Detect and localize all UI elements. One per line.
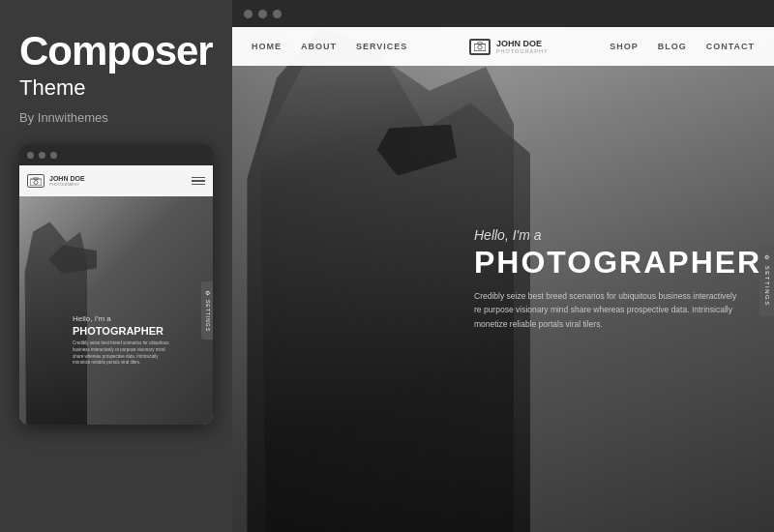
mobile-dot-1 <box>27 152 34 159</box>
mobile-dot-3 <box>50 152 57 159</box>
nav-link-contact[interactable]: CONTACT <box>706 42 755 51</box>
desktop-camera-icon <box>469 39 491 55</box>
desktop-hero: Hello, I'm a PHOTOGRAPHER Credibly seize… <box>232 27 774 532</box>
mobile-logo-name: JOHN DOE <box>49 175 85 182</box>
desktop-photographer-label: PHOTOGRAPHER <box>474 247 745 278</box>
theme-subtitle: Theme <box>19 75 213 101</box>
desktop-nav-links-right: SHOP BLOG CONTACT <box>610 42 755 51</box>
desktop-dot-2 <box>258 10 267 18</box>
nav-link-shop[interactable]: SHOP <box>610 42 639 51</box>
desktop-logo-area: JOHN DOE PHOTOGRAPHY <box>469 39 549 55</box>
camera-icon <box>27 174 45 188</box>
desktop-logo-name: JOHN DOE <box>496 39 549 48</box>
mobile-settings-label: SETTINGS <box>205 300 211 332</box>
theme-title-block: Composer Theme By Innwithemes <box>19 29 213 125</box>
mobile-hero-description: Credibly seize best breed scenarios for … <box>73 340 169 367</box>
nav-link-home[interactable]: HOME <box>252 42 282 51</box>
nav-link-services[interactable]: SERVICES <box>356 42 407 51</box>
nav-link-blog[interactable]: BLOG <box>658 42 687 51</box>
theme-author: By Innwithemes <box>19 110 213 125</box>
mobile-hero: Hello, I'm a PHOTOGRAPHER Credibly seize… <box>19 196 213 425</box>
desktop-settings-tab[interactable]: ⚙ SETTINGS <box>759 244 774 316</box>
mobile-hero-text: Hello, I'm a PHOTOGRAPHER Credibly seize… <box>73 314 169 367</box>
theme-title: Composer <box>19 29 213 74</box>
desktop-nav-links-left: HOME ABOUT SERVICES <box>252 42 407 51</box>
svg-rect-0 <box>30 179 42 186</box>
mobile-hello-text: Hello, I'm a <box>73 314 169 323</box>
desktop-logo-sub: PHOTOGRAPHY <box>496 48 549 54</box>
nav-link-about[interactable]: ABOUT <box>301 42 337 51</box>
desktop-settings-label: SETTINGS <box>764 265 770 306</box>
svg-rect-5 <box>478 42 482 44</box>
svg-point-4 <box>478 45 482 49</box>
right-panel: HOME ABOUT SERVICES JOHN DOE PHOTO <box>232 0 774 532</box>
mobile-dots-bar <box>19 144 213 165</box>
mobile-preview: JOHN DOE PHOTOGRAPHY Hello, <box>19 144 213 425</box>
desktop-logo-text-block: JOHN DOE PHOTOGRAPHY <box>496 39 549 54</box>
desktop-settings-icon: ⚙ <box>763 253 770 262</box>
mobile-hamburger-icon[interactable] <box>192 177 205 186</box>
desktop-content: HOME ABOUT SERVICES JOHN DOE PHOTO <box>232 27 774 532</box>
left-panel: Composer Theme By Innwithemes <box>0 0 232 532</box>
mobile-logo-text-block: JOHN DOE PHOTOGRAPHY <box>49 175 85 187</box>
desktop-dot-3 <box>273 10 282 18</box>
svg-rect-2 <box>34 177 38 180</box>
desktop-preview: HOME ABOUT SERVICES JOHN DOE PHOTO <box>232 0 774 532</box>
mobile-logo-area: JOHN DOE PHOTOGRAPHY <box>27 174 85 188</box>
desktop-nav: HOME ABOUT SERVICES JOHN DOE PHOTO <box>232 27 774 66</box>
desktop-hero-description: Credibly seize best breed scenarios for … <box>474 289 745 331</box>
mobile-photographer-label: PHOTOGRAPHER <box>73 325 169 337</box>
desktop-dot-1 <box>244 10 253 18</box>
svg-point-1 <box>34 180 38 184</box>
mobile-logo-sub: PHOTOGRAPHY <box>49 182 85 187</box>
mobile-preview-wrapper: JOHN DOE PHOTOGRAPHY Hello, <box>19 144 213 513</box>
mobile-hero-bg <box>19 196 213 425</box>
mobile-dot-2 <box>39 152 45 159</box>
settings-icon: ⚙ <box>204 289 211 297</box>
mobile-nav: JOHN DOE PHOTOGRAPHY <box>19 165 213 196</box>
desktop-dots-bar <box>232 0 774 27</box>
desktop-hero-text: Hello, I'm a PHOTOGRAPHER Credibly seize… <box>474 227 745 331</box>
mobile-settings-tab[interactable]: ⚙ SETTINGS <box>201 281 213 340</box>
desktop-hello-text: Hello, I'm a <box>474 227 745 243</box>
